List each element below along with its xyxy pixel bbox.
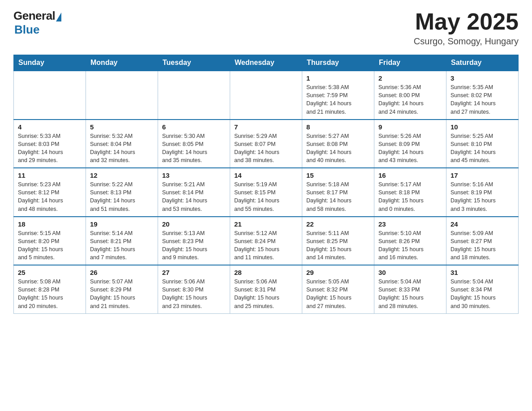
- calendar-cell: 11Sunrise: 5:23 AMSunset: 8:12 PMDayligh…: [14, 168, 86, 217]
- day-info: Sunrise: 5:30 AMSunset: 8:05 PMDaylight:…: [162, 132, 226, 165]
- day-number: 13: [162, 171, 226, 179]
- weekday-header-tuesday: Tuesday: [158, 55, 230, 71]
- day-number: 25: [18, 269, 82, 276]
- day-number: 18: [18, 220, 82, 228]
- day-number: 30: [378, 269, 442, 276]
- day-number: 10: [450, 123, 514, 131]
- day-number: 28: [234, 269, 298, 276]
- day-info: Sunrise: 5:19 AMSunset: 8:15 PMDaylight:…: [234, 180, 298, 213]
- day-info: Sunrise: 5:07 AMSunset: 8:29 PMDaylight:…: [90, 278, 154, 310]
- day-number: 6: [162, 123, 226, 131]
- calendar-cell: 25Sunrise: 5:08 AMSunset: 8:28 PMDayligh…: [14, 265, 86, 313]
- day-number: 1: [306, 74, 370, 82]
- day-number: 7: [234, 123, 298, 131]
- weekday-header-monday: Monday: [86, 55, 158, 71]
- day-number: 19: [90, 220, 154, 228]
- day-number: 3: [450, 74, 514, 82]
- day-info: Sunrise: 5:08 AMSunset: 8:28 PMDaylight:…: [18, 278, 82, 310]
- day-number: 29: [306, 269, 370, 276]
- week-row-1: 1Sunrise: 5:38 AMSunset: 7:59 PMDaylight…: [14, 71, 519, 120]
- calendar-header-row: SundayMondayTuesdayWednesdayThursdayFrid…: [14, 55, 519, 71]
- day-info: Sunrise: 5:15 AMSunset: 8:20 PMDaylight:…: [18, 229, 82, 262]
- logo-blue-text: Blue: [14, 23, 39, 37]
- week-row-5: 25Sunrise: 5:08 AMSunset: 8:28 PMDayligh…: [14, 265, 519, 313]
- calendar-cell: 22Sunrise: 5:11 AMSunset: 8:25 PMDayligh…: [302, 217, 374, 265]
- logo-triangle-icon: [56, 13, 61, 21]
- calendar-cell: 2Sunrise: 5:36 AMSunset: 8:00 PMDaylight…: [374, 71, 446, 120]
- calendar-cell: 26Sunrise: 5:07 AMSunset: 8:29 PMDayligh…: [86, 265, 158, 313]
- weekday-header-saturday: Saturday: [446, 55, 519, 71]
- day-info: Sunrise: 5:38 AMSunset: 7:59 PMDaylight:…: [306, 83, 370, 116]
- day-info: Sunrise: 5:04 AMSunset: 8:33 PMDaylight:…: [378, 278, 442, 310]
- calendar-cell: 29Sunrise: 5:05 AMSunset: 8:32 PMDayligh…: [302, 265, 374, 313]
- page-header: General Blue May 2025 Csurgo, Somogy, Hu…: [13, 9, 519, 47]
- day-number: 2: [378, 74, 442, 82]
- weekday-header-wednesday: Wednesday: [230, 55, 302, 71]
- calendar-cell: 18Sunrise: 5:15 AMSunset: 8:20 PMDayligh…: [14, 217, 86, 265]
- day-info: Sunrise: 5:23 AMSunset: 8:12 PMDaylight:…: [18, 180, 82, 213]
- week-row-4: 18Sunrise: 5:15 AMSunset: 8:20 PMDayligh…: [14, 217, 519, 265]
- calendar-cell: 24Sunrise: 5:09 AMSunset: 8:27 PMDayligh…: [446, 217, 519, 265]
- calendar-cell: 12Sunrise: 5:22 AMSunset: 8:13 PMDayligh…: [86, 168, 158, 217]
- weekday-header-friday: Friday: [374, 55, 446, 71]
- calendar-cell: 1Sunrise: 5:38 AMSunset: 7:59 PMDaylight…: [302, 71, 374, 120]
- day-info: Sunrise: 5:35 AMSunset: 8:02 PMDaylight:…: [450, 83, 514, 116]
- calendar-cell: 19Sunrise: 5:14 AMSunset: 8:21 PMDayligh…: [86, 217, 158, 265]
- calendar-cell: 20Sunrise: 5:13 AMSunset: 8:23 PMDayligh…: [158, 217, 230, 265]
- day-info: Sunrise: 5:04 AMSunset: 8:34 PMDaylight:…: [450, 278, 514, 310]
- day-info: Sunrise: 5:14 AMSunset: 8:21 PMDaylight:…: [90, 229, 154, 262]
- day-number: 31: [450, 269, 514, 276]
- day-info: Sunrise: 5:12 AMSunset: 8:24 PMDaylight:…: [234, 229, 298, 262]
- day-number: 12: [90, 171, 154, 179]
- calendar-cell: [158, 71, 230, 120]
- calendar-title: May 2025: [414, 9, 519, 34]
- day-number: 26: [90, 269, 154, 276]
- day-number: 20: [162, 220, 226, 228]
- calendar-cell: [230, 71, 302, 120]
- day-info: Sunrise: 5:06 AMSunset: 8:31 PMDaylight:…: [234, 278, 298, 310]
- calendar-cell: 14Sunrise: 5:19 AMSunset: 8:15 PMDayligh…: [230, 168, 302, 217]
- day-info: Sunrise: 5:17 AMSunset: 8:18 PMDaylight:…: [378, 180, 442, 213]
- day-info: Sunrise: 5:36 AMSunset: 8:00 PMDaylight:…: [378, 83, 442, 116]
- day-info: Sunrise: 5:16 AMSunset: 8:19 PMDaylight:…: [450, 180, 514, 213]
- calendar-subtitle: Csurgo, Somogy, Hungary: [414, 36, 519, 47]
- day-info: Sunrise: 5:25 AMSunset: 8:10 PMDaylight:…: [450, 132, 514, 165]
- title-block: May 2025 Csurgo, Somogy, Hungary: [414, 9, 519, 47]
- calendar-cell: 6Sunrise: 5:30 AMSunset: 8:05 PMDaylight…: [158, 120, 230, 168]
- calendar-table: SundayMondayTuesdayWednesdayThursdayFrid…: [13, 55, 519, 314]
- day-number: 16: [378, 171, 442, 179]
- day-info: Sunrise: 5:33 AMSunset: 8:03 PMDaylight:…: [18, 132, 82, 165]
- calendar-cell: 8Sunrise: 5:27 AMSunset: 8:08 PMDaylight…: [302, 120, 374, 168]
- day-number: 14: [234, 171, 298, 179]
- day-number: 22: [306, 220, 370, 228]
- day-number: 11: [18, 171, 82, 179]
- calendar-cell: [86, 71, 158, 120]
- calendar-cell: 4Sunrise: 5:33 AMSunset: 8:03 PMDaylight…: [14, 120, 86, 168]
- week-row-2: 4Sunrise: 5:33 AMSunset: 8:03 PMDaylight…: [14, 120, 519, 168]
- day-info: Sunrise: 5:10 AMSunset: 8:26 PMDaylight:…: [378, 229, 442, 262]
- calendar-cell: 7Sunrise: 5:29 AMSunset: 8:07 PMDaylight…: [230, 120, 302, 168]
- logo: General Blue: [13, 9, 61, 37]
- day-info: Sunrise: 5:22 AMSunset: 8:13 PMDaylight:…: [90, 180, 154, 213]
- day-number: 9: [378, 123, 442, 131]
- day-info: Sunrise: 5:26 AMSunset: 8:09 PMDaylight:…: [378, 132, 442, 165]
- day-number: 21: [234, 220, 298, 228]
- calendar-cell: 5Sunrise: 5:32 AMSunset: 8:04 PMDaylight…: [86, 120, 158, 168]
- day-info: Sunrise: 5:06 AMSunset: 8:30 PMDaylight:…: [162, 278, 226, 310]
- day-info: Sunrise: 5:09 AMSunset: 8:27 PMDaylight:…: [450, 229, 514, 262]
- day-number: 15: [306, 171, 370, 179]
- week-row-3: 11Sunrise: 5:23 AMSunset: 8:12 PMDayligh…: [14, 168, 519, 217]
- weekday-header-sunday: Sunday: [14, 55, 86, 71]
- day-number: 27: [162, 269, 226, 276]
- calendar-cell: [14, 71, 86, 120]
- day-number: 23: [378, 220, 442, 228]
- day-info: Sunrise: 5:05 AMSunset: 8:32 PMDaylight:…: [306, 278, 370, 310]
- calendar-cell: 31Sunrise: 5:04 AMSunset: 8:34 PMDayligh…: [446, 265, 519, 313]
- day-info: Sunrise: 5:11 AMSunset: 8:25 PMDaylight:…: [306, 229, 370, 262]
- calendar-cell: 15Sunrise: 5:18 AMSunset: 8:17 PMDayligh…: [302, 168, 374, 217]
- day-number: 5: [90, 123, 154, 131]
- day-number: 4: [18, 123, 82, 131]
- day-info: Sunrise: 5:18 AMSunset: 8:17 PMDaylight:…: [306, 180, 370, 213]
- calendar-cell: 21Sunrise: 5:12 AMSunset: 8:24 PMDayligh…: [230, 217, 302, 265]
- calendar-cell: 3Sunrise: 5:35 AMSunset: 8:02 PMDaylight…: [446, 71, 519, 120]
